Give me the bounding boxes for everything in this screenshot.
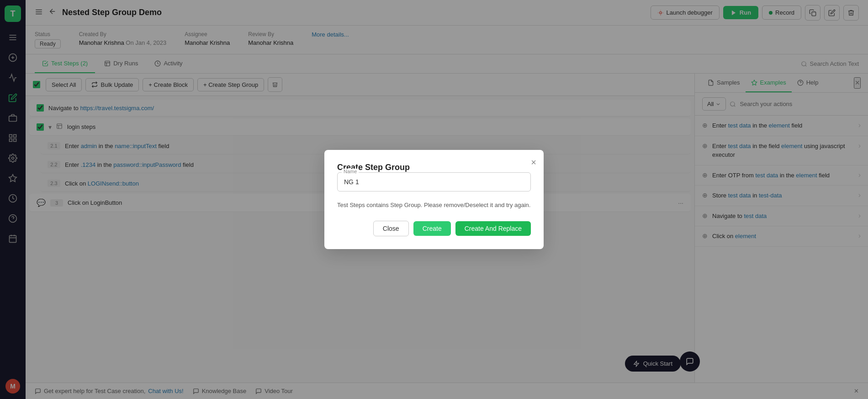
modal-close-x-button[interactable]: × xyxy=(531,157,536,168)
create-step-group-modal: Create Step Group × Name Test Steps cont… xyxy=(324,150,544,249)
close-modal-button[interactable]: Close xyxy=(373,221,409,236)
create-and-replace-button[interactable]: Create And Replace xyxy=(455,221,531,236)
warning-text: Test Steps contains Step Group. Please r… xyxy=(337,201,531,210)
create-button[interactable]: Create xyxy=(413,221,451,236)
name-form-group: Name xyxy=(337,172,531,192)
name-form-label: Name xyxy=(342,169,359,174)
modal-actions: Close Create Create And Replace xyxy=(337,221,531,236)
modal-overlay: Create Step Group × Name Test Steps cont… xyxy=(0,0,868,399)
name-input[interactable] xyxy=(337,172,531,192)
